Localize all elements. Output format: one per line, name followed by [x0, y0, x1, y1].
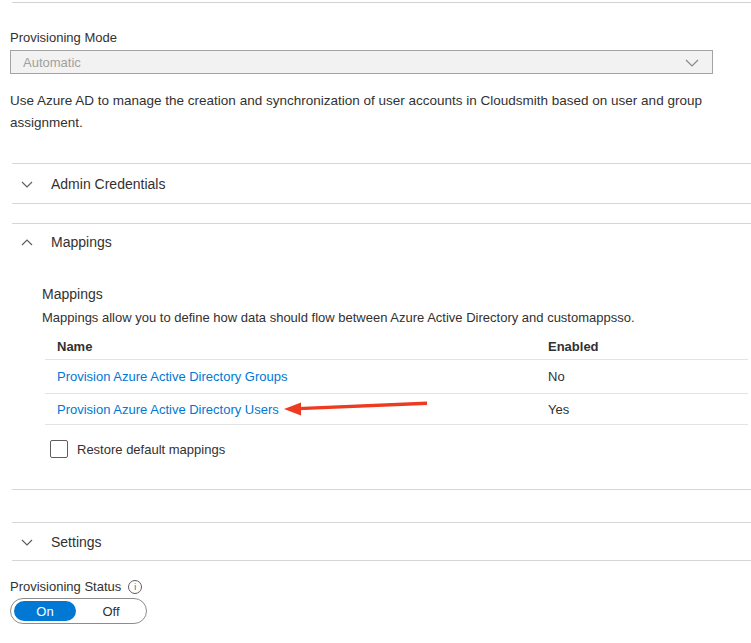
chevron-up-icon [20, 236, 34, 248]
divider [12, 489, 751, 490]
provisioning-mode-value: Automatic [23, 55, 81, 70]
mappings-heading: Mappings [42, 286, 103, 302]
provisioning-mode-label: Provisioning Mode [10, 30, 117, 45]
restore-mappings-checkbox[interactable] [50, 440, 68, 458]
restore-mappings-label: Restore default mappings [77, 442, 225, 457]
section-mappings-label: Mappings [51, 234, 112, 250]
provisioning-status-toggle: On Off [10, 598, 147, 624]
enabled-value: No [536, 369, 748, 384]
provisioning-panel: Provisioning Mode Automatic Use Azure AD… [0, 0, 751, 643]
info-icon[interactable]: i [128, 580, 142, 594]
table-header-row: Name Enabled [45, 333, 748, 360]
top-divider [12, 2, 751, 3]
toggle-off-button[interactable]: Off [76, 604, 146, 619]
section-settings-label: Settings [51, 534, 102, 550]
restore-mappings-row: Restore default mappings [50, 440, 225, 458]
enabled-value: Yes [536, 402, 748, 417]
provisioning-mode-dropdown[interactable]: Automatic [10, 50, 713, 74]
toggle-on-button[interactable]: On [14, 601, 76, 621]
section-mappings[interactable]: Mappings [20, 232, 112, 252]
chevron-down-icon [684, 56, 700, 70]
provision-groups-link[interactable]: Provision Azure Active Directory Groups [57, 369, 287, 384]
section-settings[interactable]: Settings [20, 532, 102, 552]
mappings-description: Mappings allow you to define how data sh… [42, 310, 635, 325]
divider [12, 163, 751, 164]
table-row: Provision Azure Active Directory Groups … [45, 360, 748, 394]
column-header-name: Name [45, 339, 536, 354]
provisioning-status-label: Provisioning Status [10, 579, 121, 594]
chevron-down-icon [20, 178, 34, 190]
provision-users-link[interactable]: Provision Azure Active Directory Users [57, 402, 279, 417]
section-admin-credentials[interactable]: Admin Credentials [20, 174, 165, 194]
divider [12, 203, 751, 204]
chevron-down-icon [20, 536, 34, 548]
mappings-table: Name Enabled Provision Azure Active Dire… [45, 333, 748, 425]
divider [12, 223, 751, 224]
divider [12, 522, 751, 523]
column-header-enabled: Enabled [536, 339, 748, 354]
divider [12, 560, 751, 561]
provisioning-status-row: Provisioning Status i [10, 579, 142, 594]
table-row: Provision Azure Active Directory Users Y… [45, 394, 748, 425]
section-admin-credentials-label: Admin Credentials [51, 176, 165, 192]
provisioning-description: Use Azure AD to manage the creation and … [10, 90, 702, 134]
